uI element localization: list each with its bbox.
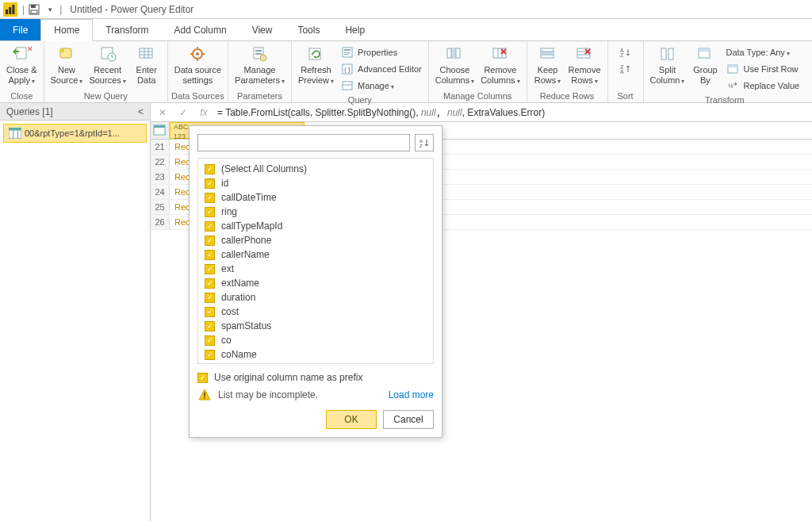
search-columns-input[interactable]	[197, 134, 410, 151]
app-logo	[3, 2, 17, 17]
svg-point-18	[196, 52, 199, 56]
group-reducerows: Reduce Rows	[527, 91, 607, 102]
load-more-link[interactable]: Load more	[389, 389, 434, 400]
remove-columns-button[interactable]: Remove Columns▾	[477, 43, 523, 86]
svg-rect-62	[9, 128, 21, 130]
tab-tools[interactable]: Tools	[285, 19, 332, 40]
tab-help[interactable]: Help	[332, 19, 377, 40]
column-checkbox-item[interactable]: ✓ring	[198, 205, 433, 219]
choose-columns-icon	[443, 44, 465, 63]
tab-addcolumn[interactable]: Add Column	[162, 19, 239, 40]
tab-view[interactable]: View	[239, 19, 285, 40]
column-checkbox-item[interactable]: ✓extName	[198, 276, 433, 290]
manage-button[interactable]: Manage▾	[337, 78, 425, 94]
warning-icon	[197, 388, 212, 402]
sort-desc-button[interactable]: ZA	[616, 61, 635, 77]
column-item-label: callDateTime	[221, 192, 277, 203]
checkbox-icon: ✓	[205, 236, 215, 246]
column-item-label: callTypeMapId	[221, 220, 282, 232]
refresh-icon	[304, 44, 327, 63]
column-checkbox-item[interactable]: ✓co	[198, 333, 433, 347]
manage-parameters-button[interactable]: Manage Parameters▾	[232, 43, 288, 86]
sort-asc-button[interactable]: AZ	[616, 44, 635, 60]
column-checkbox-item[interactable]: ✓duration	[198, 290, 433, 305]
column-checkbox-item[interactable]: ✓callDateTime	[198, 190, 433, 205]
keep-rows-icon	[537, 44, 559, 63]
enter-data-button[interactable]: Enter Data	[129, 43, 164, 86]
cancel-button[interactable]: Cancel	[383, 410, 434, 429]
tab-transform[interactable]: Transform	[93, 19, 161, 40]
first-row-headers-button[interactable]: Use First Row	[722, 61, 802, 77]
sort-columns-button[interactable]: AZ	[415, 134, 434, 151]
recent-sources-button[interactable]: Recent Sources▾	[86, 43, 128, 86]
replace-values-button[interactable]: ½Replace Value	[722, 78, 802, 94]
checkbox-icon: ✓	[205, 293, 215, 303]
close-apply-icon: ✕	[10, 44, 33, 63]
commit-icon[interactable]: ✓	[176, 107, 190, 118]
keep-rows-button[interactable]: Keep Rows▾	[530, 43, 565, 86]
column-checkbox-item[interactable]: ✓callTypeMapId	[198, 219, 433, 233]
enter-data-icon	[136, 44, 158, 63]
column-item-label: duration	[221, 292, 255, 303]
column-checkbox-item[interactable]: ✓(Select All Columns)	[198, 162, 433, 176]
column-item-label: (Select All Columns)	[221, 163, 307, 174]
column-checkbox-item[interactable]: ✓callerName	[198, 247, 433, 262]
advanced-editor-button[interactable]: { }Advanced Editor	[337, 61, 425, 77]
column-checkbox-item[interactable]: ✓coName	[198, 347, 433, 362]
data-source-settings-button[interactable]: Data source settings	[171, 43, 224, 86]
collapse-icon[interactable]: <	[138, 106, 144, 117]
column-checkbox-item[interactable]: ✓spamStatus	[198, 319, 433, 333]
svg-text:½: ½	[728, 82, 733, 90]
formula-input[interactable]: = Table.FromList(calls, Splitter.SplitBy…	[217, 107, 807, 118]
save-icon[interactable]	[26, 2, 42, 17]
new-source-button[interactable]: New Source▾	[48, 43, 86, 86]
qat-dropdown-icon[interactable]: ▾	[42, 2, 58, 17]
refresh-preview-button[interactable]: Refresh Preview▾	[295, 43, 337, 86]
svg-rect-25	[255, 53, 262, 55]
column-checkbox-item[interactable]: ✓ext	[198, 262, 433, 276]
use-prefix-label: Use original column name as prefix	[214, 372, 362, 383]
ok-button[interactable]: OK	[326, 410, 377, 429]
column-item-label: ext	[221, 263, 234, 274]
close-apply-button[interactable]: ✕ Close & Apply▾	[3, 43, 40, 86]
fx-icon[interactable]: fx	[197, 107, 211, 118]
svg-rect-31	[344, 54, 349, 55]
first-row-icon	[726, 63, 740, 75]
row-number: 25	[151, 200, 170, 214]
remove-rows-button[interactable]: Remove Rows▾	[565, 43, 604, 86]
column-checkbox-item[interactable]: ✓id	[198, 176, 433, 190]
group-by-button[interactable]: Group By	[688, 43, 722, 86]
checkbox-icon: ✓	[205, 178, 215, 189]
svg-rect-55	[668, 48, 673, 59]
column-item-label: ring	[221, 206, 237, 217]
svg-rect-44	[541, 52, 553, 55]
column-item-label: id	[221, 178, 228, 189]
group-parameters: Parameters	[228, 91, 291, 102]
discard-icon[interactable]: ✕	[155, 107, 170, 118]
checkbox-icon: ✓	[205, 207, 215, 217]
tab-home[interactable]: Home	[40, 19, 93, 41]
column-checkbox-item[interactable]: ✓callerPhone	[198, 233, 433, 247]
checkbox-icon: ✓	[205, 278, 215, 289]
checkbox-icon: ✓	[205, 335, 215, 346]
column-item-label: co	[221, 335, 232, 346]
group-sort: Sort	[608, 91, 643, 102]
row-number: 22	[151, 155, 170, 169]
properties-button[interactable]: Properties	[337, 44, 425, 60]
svg-rect-66	[154, 125, 165, 128]
tab-file[interactable]: File	[0, 19, 40, 40]
svg-rect-57	[699, 48, 710, 52]
columns-list: ✓(Select All Columns)✓id✓callDateTime✓ri…	[197, 158, 434, 364]
choose-columns-button[interactable]: Choose Columns▾	[432, 43, 477, 86]
split-column-button[interactable]: Split Column▾	[647, 43, 688, 86]
svg-rect-69	[204, 393, 205, 396]
column-checkbox-item[interactable]: ✓cost	[198, 305, 433, 319]
grid-corner[interactable]	[151, 122, 170, 139]
data-type-button[interactable]: Data Type: Any▾	[722, 44, 802, 60]
formula-bar: ✕ ✓ fx = Table.FromList(calls, Splitter.…	[151, 103, 812, 122]
group-datasources: Data Sources	[168, 91, 228, 102]
checkbox-icon: ✓	[205, 264, 215, 274]
use-prefix-checkbox[interactable]: ✓ Use original column name as prefix	[197, 372, 434, 383]
manage-icon	[340, 79, 354, 92]
query-item[interactable]: 00&rptType=1&rptId=1...	[3, 124, 147, 143]
